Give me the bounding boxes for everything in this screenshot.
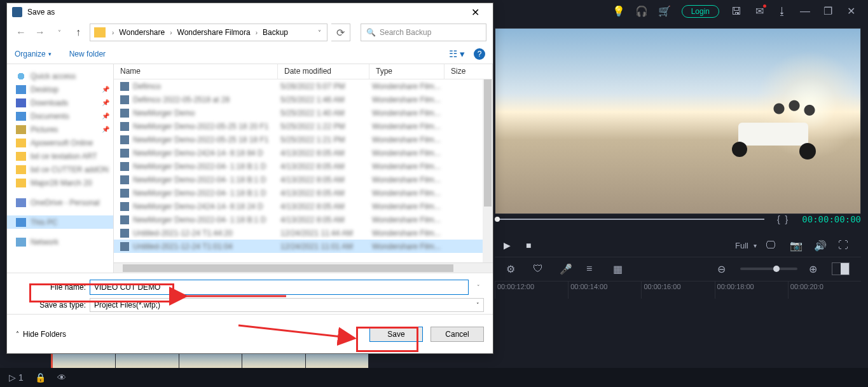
folder-icon xyxy=(94,27,106,37)
play-icon[interactable]: ▶ xyxy=(504,240,511,250)
new-folder-button[interactable]: New folder xyxy=(69,50,106,58)
fullscreen-icon[interactable]: ⛶ xyxy=(838,240,850,251)
file-row[interactable]: NewMorger Demo-2022-04- 1:18 B:1 D4/13/2… xyxy=(114,160,493,173)
sidebar-item-downloads[interactable]: Downloads📌 xyxy=(7,96,113,109)
maximize-icon[interactable]: ❐ xyxy=(822,6,834,17)
eye-icon[interactable]: 👁 xyxy=(57,372,66,383)
filename-input[interactable] xyxy=(90,280,469,295)
cart-icon[interactable]: 🛒 xyxy=(659,6,670,17)
status-bar: ▷ 1 🔒 👁 xyxy=(0,368,868,387)
track-indicator: ▷ 1 xyxy=(9,372,24,383)
saveastype-label: Save as type: xyxy=(16,301,86,309)
back-icon[interactable]: ← xyxy=(13,25,29,40)
sidebar-item-desktop[interactable]: Desktop📌 xyxy=(7,83,113,96)
sidebar-item-quick[interactable]: Quick access xyxy=(7,69,113,83)
file-row[interactable]: Defimco 2022-05-2518 at 285/25/2022 1:46… xyxy=(114,93,493,106)
column-headers[interactable]: Name Date modified Type Size xyxy=(114,64,493,79)
app-icon xyxy=(12,7,22,17)
cancel-button[interactable]: Cancel xyxy=(431,327,484,342)
timeline-ruler[interactable]: 00:00:12:0000:00:14:0000:00:16:0000:00:1… xyxy=(495,281,861,299)
tips-icon[interactable]: 💡 xyxy=(613,6,624,17)
close-icon[interactable]: ✕ xyxy=(462,4,488,20)
file-row[interactable]: NewMorger Demo-2022-04- 1:18 B:1 D4/13/2… xyxy=(114,213,493,226)
refresh-icon[interactable]: ⟳ xyxy=(331,24,350,41)
help-icon[interactable]: ? xyxy=(474,48,485,60)
search-icon: 🔍 xyxy=(366,28,376,37)
file-row[interactable]: NewMorger Demo-2022-05-25 18 20 F15/25/2… xyxy=(114,119,493,133)
dialog-title: Save as xyxy=(27,8,462,17)
quality-select[interactable]: Full▾ xyxy=(735,241,757,250)
filename-combo-caret[interactable]: ˅ xyxy=(472,284,484,290)
video-preview xyxy=(495,28,861,214)
filename-label: File name: xyxy=(16,283,86,292)
file-row[interactable]: NewMorger Demo5/25/2022 1:40 AMWondersha… xyxy=(114,106,493,119)
sidebar-item-network[interactable]: Network xyxy=(7,235,113,248)
snapshot-icon[interactable]: 📷 xyxy=(790,240,801,251)
headset-icon[interactable]: 🎧 xyxy=(636,6,647,17)
save-as-dialog: Save as ✕ ← → ˅ ↑ › Wondershare› Wonders… xyxy=(6,3,493,354)
settings-dots-icon[interactable]: ⚙ xyxy=(506,263,518,275)
playhead-bar[interactable]: {} 00:00:00:00 xyxy=(495,215,861,224)
view-mode-icon[interactable]: ☷ ▾ xyxy=(449,48,465,60)
save-icon[interactable]: 🖫 xyxy=(731,6,742,17)
sidebar-item-documents[interactable]: Documents📌 xyxy=(7,109,113,123)
stop-icon[interactable]: ■ xyxy=(526,240,531,250)
h-scrollbar[interactable] xyxy=(114,262,493,273)
dialog-toolbar: Organize▾ New folder ☷ ▾ ? xyxy=(7,44,493,64)
sidebar-item-folder2[interactable]: bd ce textation ART xyxy=(7,149,113,163)
folder-sidebar: Quick access Desktop📌 Downloads📌 Documen… xyxy=(7,64,114,273)
timecode-display: 00:00:00:00 xyxy=(802,214,861,224)
app-close-icon[interactable]: ✕ xyxy=(845,6,857,17)
edit-toolbar: ⚙ 🛡 🎤 ≡ ▦ ⊖ ⊕ xyxy=(495,257,861,280)
sidebar-item-thispc[interactable]: This PC xyxy=(7,215,113,229)
mic-icon[interactable]: 🎤 xyxy=(560,263,571,275)
app-titlebar: 💡 🎧 🛒 Login 🖫 ✉ ⭳ — ❐ ✕ xyxy=(613,0,868,22)
dialog-titlebar: Save as ✕ xyxy=(7,3,493,21)
file-row[interactable]: NewMorger Demo-2022-04- 1:18 B:1 D4/13/2… xyxy=(114,173,493,186)
monitor-icon[interactable]: 🖵 xyxy=(766,240,777,251)
view-split-icon[interactable] xyxy=(832,262,850,275)
file-row[interactable]: NewMorger Demo-2424-14- 8:18 24 D4/13/20… xyxy=(114,200,493,213)
organize-button[interactable]: Organize▾ xyxy=(15,50,52,58)
file-row[interactable]: Defimco5/26/2022 5:07 PMWondershare Film… xyxy=(114,79,493,93)
sidebar-item-folder4[interactable]: Major28 March 20 xyxy=(7,176,113,189)
zoom-out-icon[interactable]: ⊖ xyxy=(717,263,729,275)
search-input[interactable]: 🔍 Search Backup xyxy=(361,24,486,41)
file-row[interactable]: Untitled-2021-12-24 T1:44:2012/24/2021 1… xyxy=(114,226,493,240)
dialog-footer: ˄Hide Folders Save Cancel xyxy=(7,314,493,353)
lock-icon[interactable]: 🔒 xyxy=(35,372,46,383)
saveastype-select[interactable]: Project Files(*.wfp;)˅ xyxy=(90,298,484,312)
mail-icon[interactable]: ✉ xyxy=(754,6,765,17)
download-icon[interactable]: ⭳ xyxy=(776,6,788,17)
hide-folders-button[interactable]: ˄Hide Folders xyxy=(16,330,66,339)
sidebar-item-onedrive[interactable]: OneDrive - Personal xyxy=(7,196,113,209)
volume-icon[interactable]: 🔊 xyxy=(814,240,825,251)
player-controls: ▶ ■ Full▾ 🖵 📷 🔊 ⛶ xyxy=(495,234,861,257)
sidebar-item-folder1[interactable]: Apowersoft Online xyxy=(7,136,113,149)
breadcrumb[interactable]: › Wondershare› Wondershare Filmora› Back… xyxy=(90,24,327,41)
form-area: File name: ˅ Save as type: Project Files… xyxy=(7,273,493,314)
forward-icon: → xyxy=(32,25,48,40)
file-row[interactable]: NewMorger Demo-2022-04- 1:18 B:1 D4/13/2… xyxy=(114,186,493,200)
shield-icon[interactable]: 🛡 xyxy=(533,263,544,275)
file-row[interactable]: Untitled-2021-12-24 T1:01:0412/24/2021 1… xyxy=(114,240,493,253)
login-button[interactable]: Login xyxy=(682,5,719,18)
v-scrollbar[interactable] xyxy=(483,79,493,262)
up-icon[interactable]: ↑ xyxy=(71,25,86,40)
file-row[interactable]: NewMorger Demo-2022-05-25 18 18 F15/25/2… xyxy=(114,133,493,146)
list-icon[interactable]: ≡ xyxy=(586,263,598,275)
file-list[interactable]: Defimco5/26/2022 5:07 PMWondershare Film… xyxy=(114,79,493,262)
recent-caret-icon[interactable]: ˅ xyxy=(52,25,67,40)
sidebar-item-pictures[interactable]: Pictures📌 xyxy=(7,123,113,136)
grid-icon[interactable]: ▦ xyxy=(613,263,624,275)
minimize-icon[interactable]: — xyxy=(799,6,811,17)
zoom-slider[interactable] xyxy=(740,268,797,270)
zoom-in-icon[interactable]: ⊕ xyxy=(809,263,820,275)
nav-bar: ← → ˅ ↑ › Wondershare› Wondershare Filmo… xyxy=(7,21,493,44)
save-button[interactable]: Save xyxy=(369,327,423,342)
file-row[interactable]: NewMorger Demo-2424-14- 8:18 84 D4/13/20… xyxy=(114,146,493,160)
sidebar-item-folder3[interactable]: bd ce CUTTER addON xyxy=(7,163,113,176)
file-list-pane: Name Date modified Type Size Defimco5/26… xyxy=(114,64,493,273)
